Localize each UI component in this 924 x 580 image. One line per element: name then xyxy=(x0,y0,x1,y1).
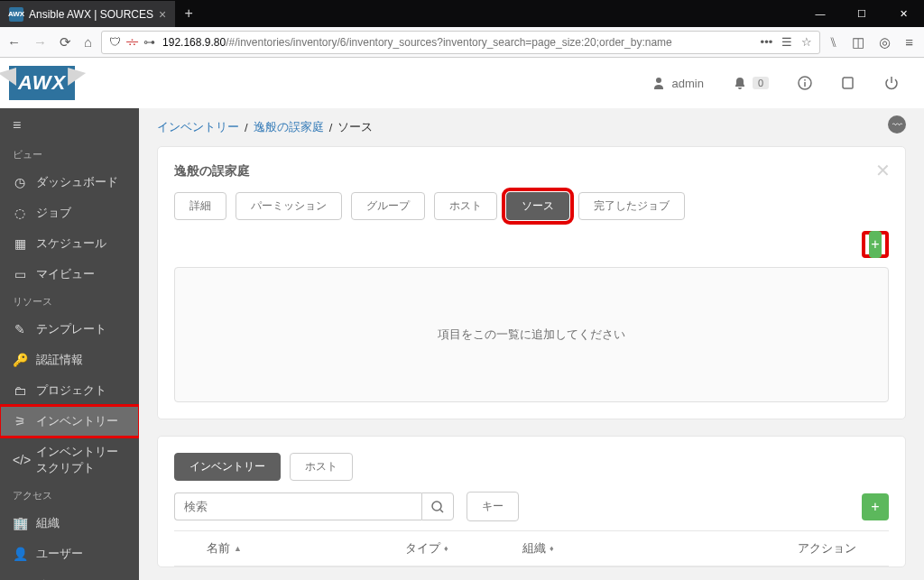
logo-wrap: AWX xyxy=(0,58,139,108)
url-input[interactable]: 🛡 ⛬ ⊶ 192.168.9.80/#/inventories/invento… xyxy=(101,31,820,54)
empty-list: 項目をこの一覧に追加してください xyxy=(174,267,889,402)
col-type[interactable]: タイプ♦ xyxy=(405,540,522,557)
pencil-icon: ✎ xyxy=(13,322,27,336)
power-icon[interactable] xyxy=(884,76,899,90)
user-icon: 👤 xyxy=(13,547,27,561)
page-actions-icon[interactable]: ••• xyxy=(761,35,773,49)
empty-message: 項目をこの一覧に追加してください xyxy=(438,327,625,343)
detail-tabs: 詳細 パーミッション グループ ホスト ソース 完了したジョブ xyxy=(174,192,889,220)
notification-count-badge: 0 xyxy=(753,77,769,89)
breadcrumb-sources: ソース xyxy=(337,119,373,135)
tab-sources[interactable]: ソース xyxy=(506,192,569,220)
search-button[interactable] xyxy=(421,493,454,520)
window-controls: — ☐ ✕ xyxy=(799,0,924,27)
sidebar-item-users[interactable]: 👤ユーザー xyxy=(0,539,139,569)
dashboard-icon: ◷ xyxy=(13,175,27,189)
breadcrumb: インベントリー / 逸般の誤家庭 / ソース xyxy=(157,108,906,146)
menu-icon[interactable]: ≡ xyxy=(905,34,913,50)
sidebar-item-teams[interactable]: 👥チーム xyxy=(0,569,139,580)
user-icon xyxy=(651,76,666,90)
shield-icon[interactable]: 🛡 xyxy=(109,35,121,49)
library-icon[interactable]: ⑊ xyxy=(829,34,837,50)
sidebar-item-inventories[interactable]: ⚞インベントリー xyxy=(0,406,139,437)
browser-tab[interactable]: AWX Ansible AWX | SOURCES × xyxy=(0,0,175,27)
window-maximize-icon[interactable]: ☐ xyxy=(841,0,882,27)
sort-icon: ♦ xyxy=(444,544,448,553)
sidebar-item-myview[interactable]: ▭マイビュー xyxy=(0,259,139,290)
url-text: 192.168.9.80/#/inventories/inventory/6/i… xyxy=(162,36,753,49)
new-tab-button[interactable]: + xyxy=(175,0,202,27)
section-view: ビュー xyxy=(0,143,139,167)
sidebar-books-icon[interactable]: ◫ xyxy=(852,34,864,51)
sidebar-item-credentials[interactable]: 🔑認証情報 xyxy=(0,345,139,375)
col-name[interactable]: 名前▲ xyxy=(207,540,405,557)
current-user[interactable]: admin xyxy=(651,76,703,90)
username-label: admin xyxy=(671,77,703,90)
tab-groups[interactable]: グループ xyxy=(351,192,425,220)
browser-addressbar: ← → ⟳ ⌂ 🛡 ⛬ ⊶ 192.168.9.80/#/inventories… xyxy=(0,27,924,58)
sidebar-item-inventory-scripts[interactable]: </>インベントリースクリプト xyxy=(0,437,139,483)
add-source-button[interactable]: + xyxy=(869,231,882,258)
tab-details[interactable]: 詳細 xyxy=(174,192,226,220)
sidebar-toggle-icon[interactable]: ≡ xyxy=(0,108,139,143)
tab-hosts[interactable]: ホスト xyxy=(434,192,497,220)
search-input[interactable] xyxy=(174,493,421,520)
section-access: アクセス xyxy=(0,483,139,508)
breadcrumb-inventories[interactable]: インベントリー xyxy=(157,119,239,135)
window-minimize-icon[interactable]: — xyxy=(799,0,841,27)
tab-permissions[interactable]: パーミッション xyxy=(236,192,342,220)
building-icon: 🏢 xyxy=(13,516,27,530)
bookmark-icon[interactable]: ☆ xyxy=(801,35,812,49)
awx-logo[interactable]: AWX xyxy=(9,66,75,100)
jobs-icon: ◌ xyxy=(13,206,27,220)
docs-icon[interactable] xyxy=(841,76,855,90)
bell-icon xyxy=(733,76,747,90)
table-header: 名前▲ タイプ♦ 組織♦ アクション xyxy=(174,530,889,566)
tab-inventories[interactable]: インベントリー xyxy=(174,453,281,481)
notification-area[interactable]: 0 xyxy=(733,76,769,90)
svg-point-1 xyxy=(432,502,441,511)
col-org[interactable]: 組織♦ xyxy=(522,540,757,557)
key-button[interactable]: キー xyxy=(467,492,519,521)
tab-title: Ansible AWX | SOURCES xyxy=(29,8,153,21)
window-icon: ▭ xyxy=(13,267,27,281)
info-icon[interactable] xyxy=(798,76,812,90)
sidebar-item-projects[interactable]: 🗀プロジェクト xyxy=(0,375,139,406)
activity-stream-icon[interactable]: 〰 xyxy=(888,115,906,133)
col-actions: アクション xyxy=(798,540,856,557)
sitemap-icon: ⚞ xyxy=(13,414,27,428)
sidebar-item-jobs[interactable]: ◌ジョブ xyxy=(0,198,139,228)
sort-icon: ♦ xyxy=(550,544,554,553)
panel-close-icon[interactable]: ✕ xyxy=(875,160,891,181)
main-content: インベントリー / 逸般の誤家庭 / ソース 〰 ✕ 逸般の誤家庭 詳細 パーミ… xyxy=(139,58,924,580)
code-icon: </> xyxy=(13,453,27,467)
tab-favicon-icon: AWX xyxy=(9,7,23,22)
add-source-highlight: + xyxy=(862,231,889,258)
panel-title: 逸般の誤家庭 xyxy=(174,163,889,180)
tab-completed-jobs[interactable]: 完了したジョブ xyxy=(578,192,685,220)
tab-hosts-lower[interactable]: ホスト xyxy=(290,453,353,481)
folder-icon: 🗀 xyxy=(13,383,27,398)
app-header: admin 0 xyxy=(139,58,924,108)
sidebar-item-templates[interactable]: ✎テンプレート xyxy=(0,314,139,345)
search-box xyxy=(174,493,454,520)
key-icon[interactable]: ⊶ xyxy=(143,35,155,49)
permissions-icon[interactable]: ⛬ xyxy=(126,35,138,49)
add-inventory-button[interactable]: + xyxy=(862,493,889,520)
nav-home-icon[interactable]: ⌂ xyxy=(84,34,92,50)
key-icon: 🔑 xyxy=(13,353,27,367)
sidebar-item-dashboard[interactable]: ◷ダッシュボード xyxy=(0,167,139,198)
account-icon[interactable]: ◎ xyxy=(879,34,891,51)
sidebar-item-schedules[interactable]: ▦スケジュール xyxy=(0,228,139,259)
search-icon xyxy=(430,500,445,514)
window-close-icon[interactable]: ✕ xyxy=(882,0,924,27)
nav-reload-icon[interactable]: ⟳ xyxy=(60,34,71,51)
nav-back-icon[interactable]: ← xyxy=(7,34,21,50)
browser-titlebar: AWX Ansible AWX | SOURCES × + — ☐ ✕ xyxy=(0,0,924,27)
breadcrumb-inventory-name[interactable]: 逸般の誤家庭 xyxy=(254,119,324,135)
inventories-panel: インベントリー ホスト キー + 名前▲ タイプ♦ 組織♦ アクション xyxy=(157,436,906,567)
sidebar-item-organizations[interactable]: 🏢組織 xyxy=(0,508,139,539)
tab-close-icon[interactable]: × xyxy=(159,7,166,22)
nav-forward-icon: → xyxy=(33,34,47,50)
reader-icon[interactable]: ☰ xyxy=(781,35,792,49)
